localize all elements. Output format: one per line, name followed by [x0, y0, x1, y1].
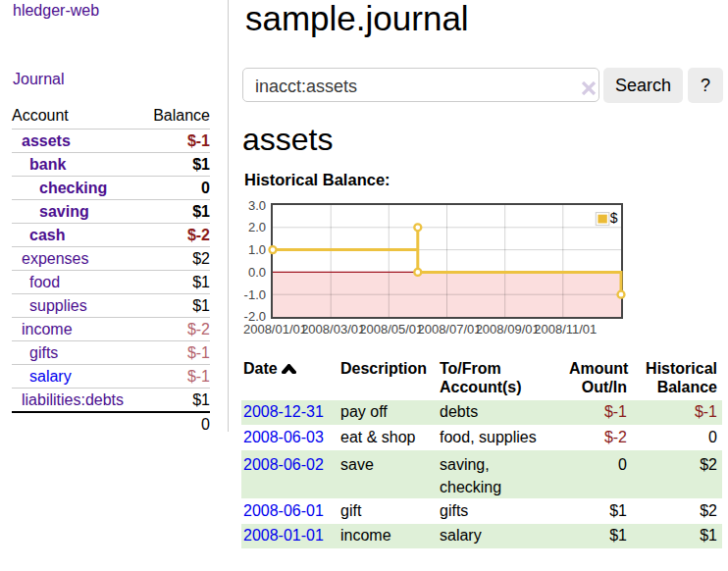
svg-text:$: $ [610, 210, 618, 226]
